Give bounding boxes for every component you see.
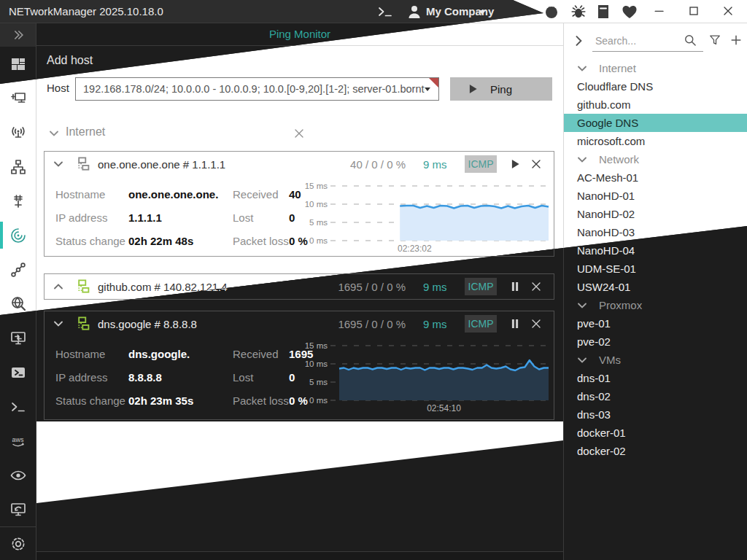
close-button[interactable] [721, 4, 738, 21]
sidebar-item-traceroute[interactable] [0, 252, 36, 287]
profile-icon [406, 3, 423, 20]
sidebar-item-terminal[interactable] [0, 389, 36, 424]
svg-text:02:54:10: 02:54:10 [427, 403, 461, 413]
host-card-header[interactable]: github.com # 140.82.121.4 1695 / 0 / 0 %… [44, 274, 554, 299]
sidebar-item-dns-lookup[interactable] [0, 287, 36, 321]
sidebar-item-wifi[interactable] [0, 115, 36, 149]
documentation-icon[interactable] [595, 3, 612, 20]
sidebar-item-powershell[interactable] [0, 355, 36, 389]
panel-group-proxmox[interactable]: Proxmox [564, 296, 747, 314]
search-icon[interactable] [683, 33, 697, 47]
pause-icon[interactable] [508, 317, 522, 330]
sidebar-item-ping-monitor[interactable] [0, 218, 36, 252]
panel-item-microsoft-com[interactable]: microsoft.com [564, 132, 747, 150]
status-change-label: Status change [55, 235, 125, 247]
minimize-button[interactable] [652, 4, 670, 21]
maximize-button[interactable] [686, 4, 704, 21]
ping-monitor-icon [9, 227, 27, 244]
panel-item-dns-02[interactable]: dns-02 [564, 387, 747, 405]
status-change-value: 02h 23m 35s [128, 394, 193, 407]
close-host-icon[interactable] [529, 157, 543, 171]
panel-collapse-icon[interactable] [571, 34, 586, 48]
sidebar-item-port-scanner[interactable] [0, 184, 36, 218]
sidebar-item-network-interface[interactable] [0, 81, 36, 115]
panel-item-ac-mesh-01[interactable]: AC-Mesh-01 [564, 168, 747, 187]
host-field-label: Host [47, 82, 69, 94]
panel-group-vms[interactable]: VMs [564, 351, 747, 369]
panel-item-dns-01[interactable]: dns-01 [564, 369, 747, 387]
packet-loss-label: Packet loss [233, 235, 289, 247]
port-scanner-icon [9, 192, 27, 210]
panel-item-dns-03[interactable]: dns-03 [564, 405, 747, 424]
close-host-icon[interactable] [529, 279, 543, 294]
received-label: Received [233, 188, 279, 201]
chevron-up-icon[interactable] [51, 279, 66, 294]
sidebar-item-ip-scanner[interactable] [0, 149, 36, 184]
close-host-icon[interactable] [529, 316, 543, 331]
aws-icon: aws [9, 432, 27, 450]
panel-item-docker-02[interactable]: docker-02 [564, 442, 747, 460]
panel-item-nanohd-02[interactable]: NanoHD-02 [564, 205, 747, 223]
search-input[interactable] [592, 31, 681, 47]
panel-item-cloudflare-dns[interactable]: Cloudflare DNS [564, 77, 747, 96]
host-title: one.one.one.one # 1.1.1.1 [98, 158, 225, 171]
ip-value: 8.8.8.8 [128, 371, 162, 384]
lost-value: 0 [289, 211, 295, 224]
host-combobox [75, 77, 439, 101]
sidebar-item-remote-desktop[interactable] [0, 321, 36, 355]
chevrons-right-icon [11, 28, 26, 42]
bug-report-icon[interactable] [570, 3, 587, 20]
panel-item-github-com[interactable]: github.com [564, 96, 747, 114]
quick-terminal-icon[interactable] [376, 3, 394, 20]
host-latency: 9 ms [423, 158, 463, 171]
ping-button[interactable]: Ping [450, 77, 552, 101]
sponsor-heart-icon[interactable] [621, 3, 638, 20]
host-card-github.com: github.com # 140.82.121.4 1695 / 0 / 0 %… [44, 273, 554, 300]
panel-item-pve-02[interactable]: pve-02 [564, 332, 747, 351]
panel-group-network[interactable]: Network [564, 150, 747, 168]
combobox-caret-down-icon[interactable] [425, 88, 430, 91]
settings-button[interactable] [0, 526, 36, 560]
chevron-down-icon[interactable] [51, 157, 66, 171]
chevron-down-icon[interactable] [51, 316, 66, 331]
svg-text:0 ms: 0 ms [309, 236, 328, 245]
sidebar-item-dashboard[interactable] [0, 47, 36, 81]
host-card-dns.google: dns.google # 8.8.8.8 1695 / 0 / 0 % 9 ms… [44, 311, 554, 420]
filter-icon[interactable] [708, 33, 722, 47]
traceroute-icon [9, 261, 27, 279]
panel-item-nanohd-04[interactable]: NanoHD-04 [564, 241, 747, 260]
hostname-value: dns.google. [128, 348, 190, 360]
svg-text:15 ms: 15 ms [305, 182, 328, 190]
host-card-header[interactable]: one.one.one.one # 1.1.1.1 40 / 0 / 0 % 9… [44, 152, 554, 176]
sidebar-item-aws[interactable]: aws [0, 424, 36, 458]
window-title: NETworkManager 2025.10.18.0 [9, 0, 163, 23]
svg-text:10 ms: 10 ms [305, 200, 328, 209]
host-card-header[interactable]: dns.google # 8.8.8.8 1695 / 0 / 0 % 9 ms… [44, 311, 554, 336]
add-host-section-title: Add host [47, 54, 93, 67]
add-profile-icon[interactable] [729, 33, 743, 47]
panel-item-nanohd-01[interactable]: NanoHD-01 [564, 187, 747, 205]
powershell-icon [9, 364, 27, 381]
networkmanager-window: NETworkManager 2025.10.18.0 My Company a… [0, 0, 747, 560]
sidebar-expand-button[interactable] [0, 23, 36, 47]
panel-group-internet[interactable]: Internet [564, 59, 747, 77]
sidebar-item-screen-share[interactable] [0, 492, 36, 526]
pause-icon[interactable] [508, 280, 522, 293]
group-close-icon[interactable] [47, 126, 551, 141]
panel-item-usw24-01[interactable]: USW24-01 [564, 278, 747, 296]
panel-item-docker-01[interactable]: docker-01 [564, 424, 747, 442]
profile-caret-down-icon[interactable] [479, 10, 486, 15]
status-change-value: 02h 22m 48s [128, 235, 193, 247]
github-icon[interactable] [543, 3, 560, 20]
host-status-icon [74, 316, 90, 332]
host-input[interactable] [76, 78, 425, 100]
titlebar: NETworkManager 2025.10.18.0 My Company [0, 0, 747, 23]
panel-item-google-dns[interactable]: Google DNS [564, 114, 747, 132]
panel-item-nanohd-03[interactable]: NanoHD-03 [564, 223, 747, 241]
terminal-icon [9, 398, 27, 416]
panel-item-udm-se-01[interactable]: UDM-SE-01 [564, 260, 747, 278]
panel-item-pve-01[interactable]: pve-01 [564, 314, 747, 332]
host-title: github.com # 140.82.121.4 [98, 281, 228, 293]
sidebar-item-watcher[interactable] [0, 458, 36, 492]
resume-icon[interactable] [508, 158, 522, 171]
